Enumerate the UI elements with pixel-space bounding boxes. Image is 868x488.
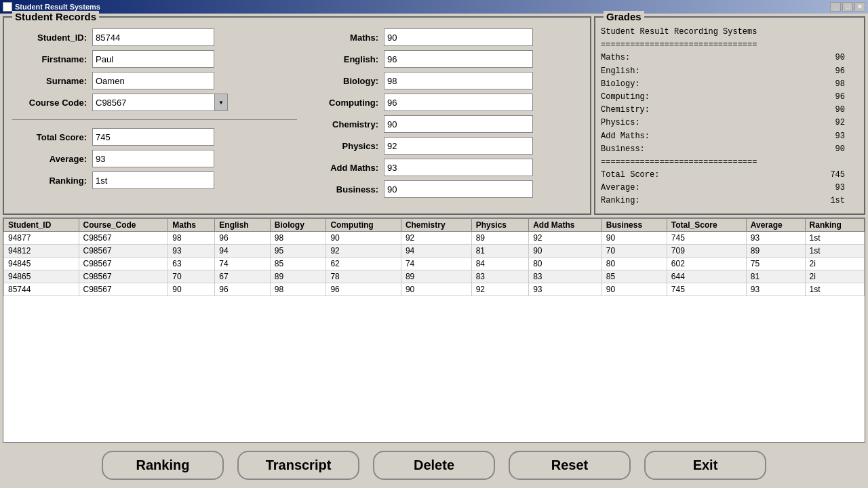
ranking-label: Ranking: [12, 176, 87, 186]
table-row[interactable]: 94812C985679394959294819070709891st [4, 244, 865, 257]
reset-button[interactable]: Reset [509, 451, 631, 480]
course-code-input[interactable] [92, 94, 214, 111]
grade-subject-value: 92 [818, 117, 845, 129]
table-column-header: Course_Code [79, 218, 168, 231]
table-cell: 98 [168, 231, 215, 244]
maths-row: Maths: [311, 28, 582, 46]
table-column-header: Ranking [805, 218, 864, 231]
student-id-input[interactable] [92, 28, 214, 46]
table-cell: 70 [601, 244, 667, 257]
table-cell: C98567 [79, 231, 168, 244]
table-cell: 95 [270, 244, 326, 257]
exit-button[interactable]: Exit [644, 451, 766, 480]
table-cell: 709 [667, 244, 746, 257]
firstname-input[interactable] [92, 50, 214, 68]
transcript-button[interactable]: Transcript [237, 451, 359, 480]
panel-title: Student Records [12, 11, 99, 22]
delete-button[interactable]: Delete [373, 451, 495, 480]
english-row: English: [311, 50, 582, 68]
table-cell: 85 [601, 270, 667, 283]
biology-input[interactable] [384, 72, 533, 89]
chemistry-input[interactable] [384, 115, 533, 133]
course-code-dropdown[interactable]: ▼ [214, 94, 228, 111]
table-column-header: Chemistry [401, 218, 471, 231]
surname-row: Surname: [12, 72, 297, 89]
grade-subject-item: English:96 [601, 65, 859, 78]
table-section: Student_IDCourse_CodeMathsEnglishBiology… [3, 218, 865, 443]
table-cell: 89 [270, 270, 326, 283]
add-maths-label: Add Maths: [311, 163, 378, 173]
table-cell: 83 [529, 270, 602, 283]
ranking-row: Ranking: [12, 171, 297, 189]
grade-subject-label: Add Maths: [601, 130, 650, 143]
top-row: Student Records Student_ID: Firstname: S… [3, 16, 865, 215]
table-row[interactable]: 94845C985676374856274848080602752i [4, 257, 865, 270]
table-cell: 85744 [4, 283, 79, 296]
maximize-button[interactable]: □ [842, 2, 853, 12]
student-records-panel: Student Records Student_ID: Firstname: S… [3, 16, 591, 215]
grade-subject-value: 96 [818, 91, 845, 104]
english-label: English: [311, 54, 378, 64]
grade-subject-label: Maths: [601, 52, 630, 64]
table-cell: C98567 [79, 283, 168, 296]
table-cell: 80 [601, 257, 667, 270]
table-cell: 92 [401, 231, 471, 244]
minimize-button[interactable]: _ [830, 2, 841, 12]
buttons-row: Ranking Transcript Delete Reset Exit [3, 445, 865, 485]
table-cell: 1st [805, 231, 864, 244]
table-cell: 92 [471, 283, 529, 296]
table-column-header: Maths [168, 218, 215, 231]
grade-total-label: Ranking: [601, 195, 640, 207]
total-score-row: Total Score: [12, 128, 297, 146]
table-cell: 98 [270, 283, 326, 296]
table-cell: 94 [215, 244, 271, 257]
table-cell: 74 [215, 257, 271, 270]
table-cell: 1st [805, 244, 864, 257]
average-label: Average: [12, 154, 87, 164]
total-score-input[interactable] [92, 128, 214, 146]
table-column-header: Total_Score [667, 218, 746, 231]
firstname-label: Firstname: [12, 54, 87, 64]
right-form: Maths: English: Biology: Computing: [297, 23, 582, 198]
table-row[interactable]: 94877C985679896989092899290745931st [4, 231, 865, 244]
grade-subject-item: Add Maths:93 [601, 130, 859, 143]
table-cell: 98 [270, 231, 326, 244]
close-button[interactable]: ✕ [854, 2, 865, 12]
ranking-button[interactable]: Ranking [102, 451, 224, 480]
add-maths-input[interactable] [384, 159, 533, 176]
grade-total-value: 745 [818, 169, 845, 182]
grades-separator-bottom: ================================ [601, 156, 859, 169]
table-cell: 70 [168, 270, 215, 283]
table-cell: 63 [168, 257, 215, 270]
grade-total-item: Average:93 [601, 182, 859, 195]
student-id-row: Student_ID: [12, 28, 297, 46]
business-input[interactable] [384, 180, 533, 198]
maths-input[interactable] [384, 28, 533, 46]
grade-subject-value: 90 [818, 143, 845, 156]
average-input[interactable] [92, 150, 214, 167]
grades-totals: Total Score:745Average:93Ranking:1st [601, 169, 859, 208]
grade-subject-item: Chemistry:90 [601, 104, 859, 117]
table-cell: 94812 [4, 244, 79, 257]
table-cell: 1st [805, 283, 864, 296]
table-column-header: Biology [270, 218, 326, 231]
grades-subjects: Maths:90English:96Biology:98Computing:96… [601, 52, 859, 156]
ranking-input[interactable] [92, 171, 214, 189]
surname-input[interactable] [92, 72, 214, 89]
english-input[interactable] [384, 50, 533, 68]
table-cell: 93 [168, 244, 215, 257]
computing-input[interactable] [384, 94, 533, 111]
table-row[interactable]: 94865C985677067897889838385644812i [4, 270, 865, 283]
chemistry-row: Chemistry: [311, 115, 582, 133]
table-cell: 78 [326, 270, 401, 283]
table-cell: 93 [746, 231, 805, 244]
table-scroll[interactable]: Student_IDCourse_CodeMathsEnglishBiology… [3, 218, 865, 296]
table-cell: 81 [471, 244, 529, 257]
average-row: Average: [12, 150, 297, 167]
left-form: Student_ID: Firstname: Surname: Course C… [12, 23, 297, 198]
table-cell: 92 [326, 244, 401, 257]
table-column-header: Student_ID [4, 218, 79, 231]
table-row[interactable]: 85744C985679096989690929390745931st [4, 283, 865, 296]
physics-input[interactable] [384, 137, 533, 155]
table-cell: 74 [401, 257, 471, 270]
